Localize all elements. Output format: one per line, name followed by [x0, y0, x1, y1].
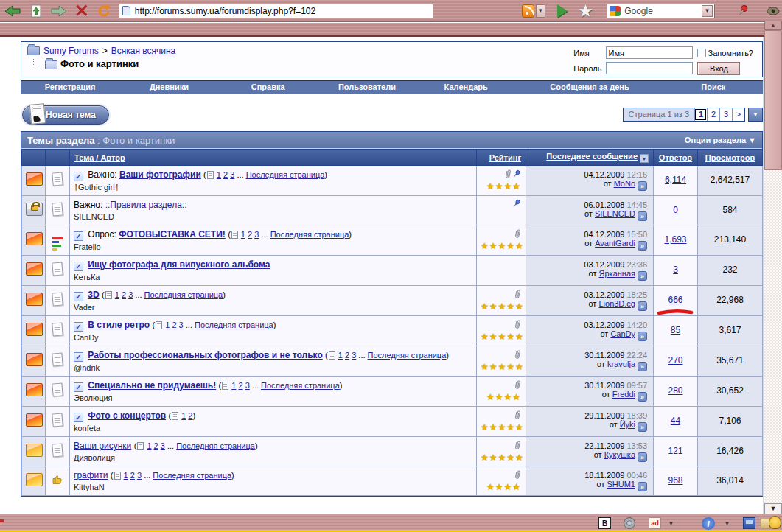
last-page-link[interactable]: Последняя страница	[195, 321, 273, 329]
pushpin-icon[interactable]	[734, 2, 753, 20]
last-page-link[interactable]: Последняя страница	[270, 230, 349, 239]
thread-title-link[interactable]: Фото с концертов	[88, 410, 166, 421]
navbar-item-сообщения-за-день[interactable]: Сообщения за день	[515, 81, 663, 94]
info-icon[interactable]: i	[702, 517, 715, 530]
page-link-1[interactable]: 1	[694, 108, 707, 121]
breadcrumb-parent-link[interactable]: Всякая всячина	[111, 46, 176, 56]
scrollbar-track[interactable]	[764, 170, 782, 503]
remember-option[interactable]: Запомнить?	[697, 49, 753, 57]
thread-title-link[interactable]: графити	[74, 470, 108, 480]
url-bar[interactable]: http://forums.sumy.ua/forumdisplay.php?f…	[119, 4, 433, 18]
thread-page-link[interactable]: 1	[165, 321, 170, 329]
thread-page-link[interactable]: 1	[231, 381, 236, 390]
navbar-item-пользователи[interactable]: Пользователи	[318, 81, 416, 94]
thread-page-link[interactable]: 1	[181, 411, 186, 420]
replies-link[interactable]: 3	[673, 265, 678, 275]
goto-last-post-icon[interactable]: »	[638, 332, 647, 341]
replies-link[interactable]: 280	[668, 385, 682, 396]
ad-filter-icon[interactable]: ad	[649, 517, 661, 529]
vertical-scrollbar[interactable]: ▲ ▼	[764, 21, 782, 514]
thread-page-link[interactable]: 3	[254, 230, 259, 239]
lamp-icon[interactable]	[769, 516, 781, 529]
thread-page-link[interactable]: 2	[238, 381, 242, 390]
last-post-user-link[interactable]: Lion3D.cg	[598, 299, 635, 308]
up-icon[interactable]	[27, 2, 46, 20]
goto-last-post-icon[interactable]: »	[638, 452, 647, 462]
page-jump-dropdown[interactable]: ▼	[748, 108, 763, 122]
thread-page-link[interactable]: 3	[128, 290, 133, 299]
navbar-item-дневники[interactable]: Дневники	[119, 81, 218, 94]
goto-last-post-icon[interactable]: »	[638, 211, 647, 221]
navbar-item-регистрация[interactable]: Регистрация	[21, 81, 119, 94]
thread-page-link[interactable]: 3	[230, 170, 234, 179]
last-post-user-link[interactable]: kravulja	[607, 360, 635, 368]
thread-page-link[interactable]: 1	[147, 441, 151, 450]
caret-down-icon[interactable]: ▼	[665, 517, 677, 529]
sort-desc-icon[interactable]: ▼	[640, 154, 649, 163]
thread-title-link[interactable]: Работы профессиональных фотографов и не …	[88, 350, 322, 360]
thread-title-link[interactable]: Ваши фотографии	[119, 169, 201, 180]
goto-last-post-icon[interactable]: »	[638, 301, 647, 311]
goto-last-post-icon[interactable]: »	[638, 392, 647, 402]
thread-title-link[interactable]: Специально не придумаешь!	[88, 380, 216, 391]
thread-page-link[interactable]: 2	[345, 351, 349, 360]
goto-last-post-icon[interactable]: »	[638, 362, 647, 371]
forum-options-button[interactable]: Опции раздела ▼	[685, 136, 756, 144]
rss-dropdown[interactable]: ▼	[536, 4, 545, 18]
last-post-user-link[interactable]: Freddi	[612, 390, 635, 399]
navbar-item-календарь[interactable]: Календарь	[416, 81, 515, 94]
search-engine-dropdown[interactable]: ▼	[702, 5, 713, 17]
go-icon[interactable]	[557, 4, 568, 18]
refresh-icon[interactable]	[94, 2, 113, 20]
thread-title-link[interactable]: 3D	[88, 290, 99, 300]
page-link-2[interactable]: 2	[707, 108, 719, 121]
goto-last-post-icon[interactable]: »	[638, 422, 647, 432]
goto-last-post-icon[interactable]: »	[638, 482, 647, 491]
thread-page-link[interactable]: 1	[338, 351, 343, 360]
navbar-item-поиск[interactable]: Поиск	[664, 81, 763, 94]
next-page-link[interactable]: >	[732, 108, 744, 121]
forward-icon[interactable]	[49, 2, 68, 20]
thread-page-link[interactable]: 2	[130, 471, 135, 480]
thread-page-link[interactable]: 2	[172, 321, 176, 329]
replies-link[interactable]: 968	[668, 475, 682, 486]
thread-page-link[interactable]: 3	[161, 441, 165, 450]
thread-page-link[interactable]: 1	[217, 170, 221, 179]
goto-last-post-icon[interactable]: »	[638, 181, 647, 191]
last-page-link[interactable]: Последняя страница	[246, 170, 325, 179]
thread-page-link[interactable]: 2	[154, 441, 158, 450]
navbar-item-справка[interactable]: Справка	[219, 81, 318, 94]
thread-page-link[interactable]: 1	[241, 230, 245, 239]
globe-icon[interactable]	[624, 517, 635, 529]
thread-page-link[interactable]: 2	[248, 230, 252, 239]
last-post-user-link[interactable]: CanDy	[610, 329, 635, 338]
last-page-link[interactable]: Последняя страница	[176, 441, 255, 450]
bold-b-icon[interactable]: B	[598, 517, 611, 529]
username-field[interactable]	[606, 46, 693, 59]
thread-title-link[interactable]: ФОТОВЫСТАВКА СЕТИ!	[119, 229, 226, 239]
replies-link[interactable]: 0	[673, 205, 678, 215]
caret-down-icon[interactable]: ▼	[721, 517, 733, 529]
search-box[interactable]: Google ▼	[607, 4, 715, 18]
thread-page-link[interactable]: 1	[115, 290, 119, 299]
last-page-link[interactable]: Последняя страница	[153, 471, 231, 480]
favorites-star-icon[interactable]: ★	[578, 4, 594, 18]
goto-last-post-icon[interactable]: »	[638, 241, 647, 251]
last-post-user-link[interactable]: Кукушка	[604, 450, 635, 459]
scroll-up-button[interactable]: ▲	[764, 21, 782, 30]
thread-title-link[interactable]: ::Правила раздела::	[105, 200, 187, 210]
last-post-user-link[interactable]: Йуki	[620, 420, 635, 429]
thread-page-link[interactable]: 3	[352, 351, 356, 360]
scroll-down-button[interactable]: ▼	[764, 503, 782, 514]
login-button[interactable]: Вход	[697, 62, 740, 75]
stop-icon[interactable]	[72, 2, 91, 20]
replies-link[interactable]: 44	[671, 416, 680, 426]
password-field[interactable]	[606, 62, 693, 74]
last-post-user-link[interactable]: MoNo	[614, 179, 635, 188]
last-post-user-link[interactable]: SILENCED	[595, 209, 635, 218]
replies-link[interactable]: 1,693	[664, 234, 686, 245]
thread-page-link[interactable]: 3	[245, 381, 250, 390]
last-post-user-link[interactable]: SHUM1	[607, 480, 635, 489]
replies-link[interactable]: 85	[671, 325, 680, 335]
thread-page-link[interactable]: 1	[124, 471, 128, 480]
